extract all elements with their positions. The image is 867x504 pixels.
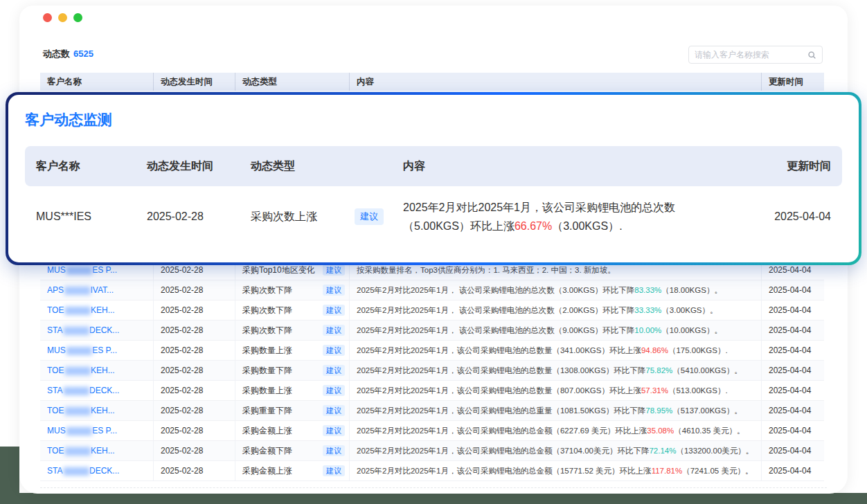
suggestion-badge: 建议 (323, 305, 345, 316)
customer-name-link[interactable]: APS██████IVAT... (40, 280, 154, 300)
minimize-window-button[interactable] (58, 13, 67, 22)
row-updated: 2025-04-04 (762, 441, 824, 460)
row-content-text: 按采购数量排名，Top3供应商分别为：1. 马来西亚；2. 中国；3. 新加坡。 (357, 265, 616, 276)
customer-name-blurred: ██████ (63, 387, 89, 395)
suggestion-badge: 建议 (323, 425, 345, 436)
row-content-tail: （18.00KGS）。 (661, 285, 722, 296)
desktop-background-corner (0, 447, 19, 504)
row-type-label: 采购数量上涨 (242, 385, 292, 397)
row-type: 采购次数下降 建议 (235, 321, 350, 340)
row-type-label: 采购次数下降 (242, 325, 292, 336)
callout-header-customer: 客户名称 (36, 159, 147, 174)
table-row[interactable]: TOE██████KEH... 2025-02-28 采购重量下降 建议 202… (40, 401, 824, 421)
row-content-percent: 83.33% (634, 286, 661, 294)
row-content: 2025年2月对比2025年1月，该公司采购锂电池的总金额（15771.52 美… (350, 461, 762, 480)
table-row[interactable]: TOE██████KEH... 2025-02-28 采购数量下降 建议 202… (40, 361, 824, 381)
customer-name-link[interactable]: MUS██████ES P... (40, 421, 154, 440)
customer-name-blurred: ██████ (66, 267, 92, 274)
table-row[interactable]: TOE██████KEH... 2025-02-28 采购次数下降 建议 202… (40, 300, 824, 321)
row-date: 2025-02-28 (154, 421, 235, 440)
customer-name-suffix: KEH... (91, 305, 115, 315)
row-type-label: 采购数量上涨 (242, 345, 292, 357)
customer-name-link[interactable]: TOE██████KEH... (40, 361, 154, 380)
callout-header-type: 动态类型 (251, 159, 403, 174)
table-row[interactable]: STA██████DECK... 2025-02-28 采购数量上涨 建议 20… (40, 381, 824, 401)
row-content-tail: （7241.05 美元）。 (682, 466, 753, 476)
row-date: 2025-02-28 (154, 381, 235, 400)
row-updated: 2025-04-04 (762, 401, 824, 420)
customer-name-suffix: DECK... (89, 325, 119, 335)
callout-header-content: 内容 (403, 159, 755, 174)
row-type: 采购数量上涨 建议 (235, 381, 350, 400)
suggestion-badge: 建议 (323, 325, 345, 336)
row-content: 2025年2月对比2025年1月，该公司采购锂电池的总数量（1308.00KGS… (350, 361, 762, 380)
row-content: 2025年2月对比2025年1月， 该公司采购锂电池的总次数（9.00KGS）环… (350, 321, 762, 340)
customer-search-input[interactable] (695, 50, 807, 60)
row-content: 2025年2月对比2025年1月，该公司采购锂电池的总金额（6227.69 美元… (350, 421, 762, 440)
customer-name-link[interactable]: TOE██████KEH... (40, 300, 154, 320)
customer-name-link[interactable]: STA██████DECK... (40, 321, 154, 340)
row-content-tail: （4610.35 美元）。 (674, 426, 744, 436)
table-row[interactable]: STA██████DECK... 2025-02-28 采购次数下降 建议 20… (40, 321, 824, 341)
callout-data-row: MUS***IES 2025-02-28 采购次数上涨 建议 2025年2月对比… (25, 186, 842, 247)
customer-name-link[interactable]: MUS██████ES P... (40, 341, 154, 360)
customer-name-suffix: ES P... (92, 265, 117, 275)
callout-header-row: 客户名称 动态发生时间 动态类型 内容 更新时间 (25, 146, 842, 186)
customer-name-prefix: TOE (47, 305, 64, 315)
row-date: 2025-02-28 (154, 461, 235, 480)
table-header-customer: 客户名称 (40, 73, 154, 91)
row-content-text: 2025年2月对比2025年1月， 该公司采购锂电池的总次数（3.00KGS）环… (357, 285, 634, 296)
customer-name-link[interactable]: TOE██████KEH... (40, 441, 154, 460)
row-type: 采购次数下降 建议 (235, 280, 350, 300)
callout-content-percent: 66.67% (515, 220, 552, 232)
customer-name-blurred: ██████ (66, 347, 92, 354)
row-content-text: 2025年2月对比2025年1月，该公司采购锂电池的总数量（341.00KGS）… (357, 345, 641, 356)
table-header-row: 客户名称 动态发生时间 动态类型 内容 更新时间 (40, 73, 824, 91)
table-row[interactable]: MUS██████ES P... 2025-02-28 采购金额上涨 建议 20… (40, 421, 824, 441)
row-content-percent: 35.08% (647, 426, 674, 435)
dynamics-count-value: 6525 (73, 48, 93, 59)
row-content-percent: 72.14% (649, 447, 676, 455)
row-type-label: 采购次数下降 (242, 285, 292, 296)
row-content-text: 2025年2月对比2025年1月， 该公司采购锂电池的总次数（9.00KGS）环… (357, 325, 634, 336)
desktop-background-strip (0, 493, 867, 504)
zoom-callout: 客户动态监测 客户名称 动态发生时间 动态类型 内容 更新时间 MUS***IE… (6, 92, 861, 265)
zoom-window-button[interactable] (73, 13, 82, 22)
customer-name-blurred: ██████ (64, 447, 90, 455)
row-content-tail: （175.00KGS）. (668, 345, 728, 356)
table-row[interactable]: APS██████IVAT... 2025-02-28 采购次数下降 建议 20… (40, 280, 824, 300)
table-row[interactable]: STA██████DECK... 2025-02-28 采购金额上涨 建议 20… (40, 461, 824, 481)
customer-search[interactable] (688, 46, 823, 64)
customer-name-prefix: STA (47, 386, 62, 395)
row-type-label: 采购金额上涨 (242, 465, 292, 477)
row-content: 2025年2月对比2025年1月，该公司采购锂电池的总金额（37104.00美元… (350, 441, 762, 460)
callout-type-label: 采购次数上涨 (251, 210, 317, 224)
row-content-percent: 57.31% (641, 386, 668, 395)
customer-name-link[interactable]: STA██████DECK... (40, 461, 154, 480)
row-date: 2025-02-28 (154, 401, 235, 420)
window-controls (43, 13, 82, 22)
row-content-percent: 10.00% (634, 326, 661, 334)
row-content-text: 2025年2月对比2025年1月，该公司采购锂电池的总数量（807.00KGS）… (357, 386, 641, 396)
dynamics-count: 动态数6525 (43, 48, 93, 60)
customer-name-suffix: KEH... (91, 366, 115, 375)
row-type-label: 采购Top10地区变化 (242, 264, 315, 276)
suggestion-badge: 建议 (323, 345, 345, 356)
customer-name-prefix: TOE (47, 366, 64, 375)
suggestion-badge: 建议 (323, 405, 345, 416)
suggestion-badge: 建议 (323, 285, 345, 296)
search-icon[interactable] (807, 51, 816, 60)
customer-name-suffix: KEH... (91, 406, 115, 415)
table-header-date: 动态发生时间 (154, 73, 235, 91)
row-content-percent: 94.86% (641, 346, 668, 354)
row-content-tail: （3.00KGS）。 (661, 305, 717, 316)
row-updated: 2025-04-04 (762, 381, 824, 400)
callout-updated: 2025-04-04 (755, 210, 831, 223)
customer-name-prefix: STA (47, 325, 62, 335)
customer-name-link[interactable]: TOE██████KEH... (40, 401, 154, 420)
table-row[interactable]: TOE██████KEH... 2025-02-28 采购金额下降 建议 202… (40, 441, 824, 461)
close-window-button[interactable] (43, 13, 52, 22)
row-content-percent: 75.82% (645, 366, 672, 375)
customer-name-link[interactable]: STA██████DECK... (40, 381, 154, 400)
table-row[interactable]: MUS██████ES P... 2025-02-28 采购数量上涨 建议 20… (40, 341, 824, 361)
